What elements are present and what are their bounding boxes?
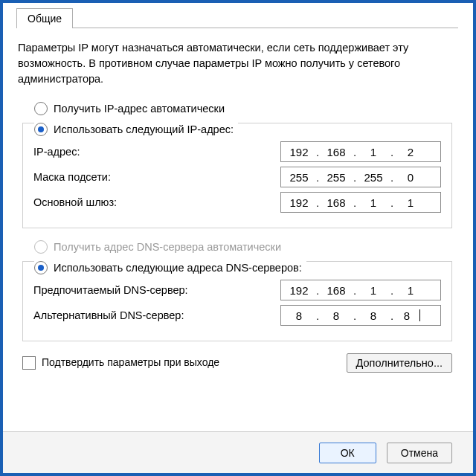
description-text: Параметры IP могут назначаться автоматич… xyxy=(18,40,457,87)
checkbox-icon xyxy=(22,356,36,370)
subnet-mask-input[interactable]: . . . xyxy=(280,167,441,187)
text-caret xyxy=(419,309,420,321)
preferred-dns-input[interactable]: . . . xyxy=(280,280,441,300)
ip-manual-group: Использовать следующий IP-адрес: IP-адре… xyxy=(18,123,457,228)
radio-ip-manual[interactable]: Использовать следующий IP-адрес: xyxy=(34,123,238,136)
gw-octet-2[interactable] xyxy=(320,196,353,209)
pdns-octet-4[interactable] xyxy=(394,284,427,297)
radio-icon xyxy=(34,261,48,274)
radio-dns-auto: Получить адрес DNS-сервера автоматически xyxy=(34,240,457,254)
gw-octet-3[interactable] xyxy=(357,196,390,209)
pdns-octet-2[interactable] xyxy=(320,284,353,297)
confirm-on-exit-checkbox[interactable]: Подтвердить параметры при выходе xyxy=(22,356,219,370)
gw-octet-1[interactable] xyxy=(283,196,315,209)
tab-bar: Общие xyxy=(16,6,73,28)
mask-octet-3[interactable] xyxy=(357,171,390,184)
radio-label: Использовать следующие адреса DNS-сервер… xyxy=(54,262,302,274)
radio-dns-manual[interactable]: Использовать следующие адреса DNS-сервер… xyxy=(34,261,306,274)
dns-manual-group: Использовать следующие адреса DNS-сервер… xyxy=(18,261,457,341)
gateway-label: Основной шлюз: xyxy=(33,196,117,208)
dialog-body: Параметры IP могут назначаться автоматич… xyxy=(18,40,457,419)
radio-icon xyxy=(34,102,48,115)
dialog-footer: ОК Отмена xyxy=(3,431,473,473)
tab-underline xyxy=(16,28,458,28)
preferred-dns-label: Предпочитаемый DNS-сервер: xyxy=(33,284,188,296)
ip-octet-3[interactable] xyxy=(357,146,390,158)
advanced-button[interactable]: Дополнительно... xyxy=(347,353,452,373)
subnet-mask-label: Маска подсети: xyxy=(33,171,111,183)
adns-octet-4[interactable] xyxy=(394,309,419,322)
adns-octet-1[interactable] xyxy=(283,309,315,322)
adns-octet-3[interactable] xyxy=(357,309,390,322)
pdns-octet-1[interactable] xyxy=(283,284,315,297)
ip-octet-1[interactable] xyxy=(283,146,315,158)
checkbox-label: Подтвердить параметры при выходе xyxy=(42,356,219,368)
ip-address-label: IP-адрес: xyxy=(33,146,80,158)
radio-label: Получить IP-адрес автоматически xyxy=(54,103,225,115)
ip-octet-4[interactable] xyxy=(394,146,427,158)
alternate-dns-input[interactable]: . . . xyxy=(280,305,441,326)
ip-address-input[interactable]: . . . xyxy=(280,141,441,162)
ok-button[interactable]: ОК xyxy=(319,443,376,463)
cancel-button[interactable]: Отмена xyxy=(387,443,452,463)
gw-octet-4[interactable] xyxy=(394,196,427,209)
radio-label: Использовать следующий IP-адрес: xyxy=(54,123,234,135)
pdns-octet-3[interactable] xyxy=(357,284,390,297)
radio-label: Получить адрес DNS-сервера автоматически xyxy=(54,241,281,253)
radio-icon xyxy=(34,240,48,254)
mask-octet-4[interactable] xyxy=(394,171,427,184)
radio-ip-auto[interactable]: Получить IP-адрес автоматически xyxy=(34,102,457,115)
radio-icon xyxy=(34,123,48,136)
alternate-dns-label: Альтернативный DNS-сервер: xyxy=(33,309,184,321)
gateway-input[interactable]: . . . xyxy=(280,192,441,213)
mask-octet-1[interactable] xyxy=(283,171,315,184)
dialog-window: Общие Параметры IP могут назначаться авт… xyxy=(0,0,476,476)
adns-octet-2[interactable] xyxy=(320,309,353,322)
tab-general[interactable]: Общие xyxy=(16,8,73,28)
mask-octet-2[interactable] xyxy=(320,171,353,184)
ip-octet-2[interactable] xyxy=(320,146,353,158)
